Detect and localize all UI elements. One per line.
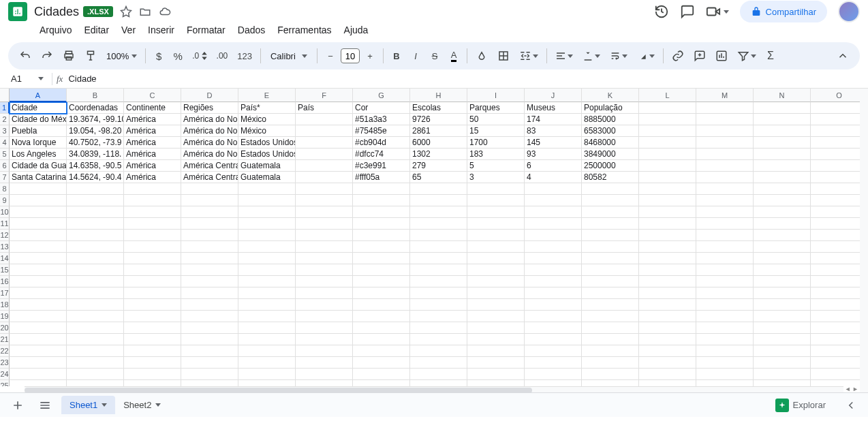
menu-ver[interactable]: Ver xyxy=(116,22,141,38)
cell-F5[interactable] xyxy=(296,149,353,160)
cell-D11[interactable] xyxy=(181,218,238,230)
add-sheet-button[interactable] xyxy=(7,394,29,416)
cell-E23[interactable] xyxy=(238,357,296,369)
meet-icon[interactable] xyxy=(706,4,729,19)
cell-N25[interactable] xyxy=(754,380,811,386)
cell-F14[interactable] xyxy=(296,253,353,264)
row-header-16[interactable]: 16 xyxy=(0,276,10,287)
cell-K1[interactable]: População xyxy=(582,102,639,114)
cell-J5[interactable]: 93 xyxy=(525,149,582,160)
cell-K12[interactable] xyxy=(582,230,639,241)
cell-F13[interactable] xyxy=(296,241,353,253)
decrease-font-button[interactable]: − xyxy=(322,46,339,65)
cell-C17[interactable] xyxy=(124,287,181,299)
cell-H2[interactable]: 9726 xyxy=(410,114,467,125)
cell-E14[interactable] xyxy=(238,253,296,264)
cell-C25[interactable] xyxy=(124,380,181,386)
formula-input[interactable]: Cidade xyxy=(68,74,861,84)
functions-button[interactable]: Σ xyxy=(762,46,779,65)
cell-E25[interactable] xyxy=(238,380,296,386)
cell-B7[interactable]: 14.5624, -90.4 xyxy=(67,172,124,183)
menu-dados[interactable]: Dados xyxy=(232,22,270,38)
cell-C7[interactable]: América xyxy=(124,172,181,183)
cell-B19[interactable] xyxy=(67,311,124,322)
cell-E5[interactable]: Estados Unidos xyxy=(238,149,296,160)
cell-E21[interactable] xyxy=(238,334,296,345)
cell-H12[interactable] xyxy=(410,230,467,241)
row-header-8[interactable]: 8 xyxy=(0,183,10,195)
cell-C18[interactable] xyxy=(124,299,181,311)
cell-D22[interactable] xyxy=(181,345,238,357)
cell-I2[interactable]: 50 xyxy=(467,114,525,125)
cell-I16[interactable] xyxy=(467,276,525,287)
cell-H15[interactable] xyxy=(410,264,467,276)
cell-J16[interactable] xyxy=(525,276,582,287)
menu-ferramentas[interactable]: Ferramentas xyxy=(272,22,337,38)
star-icon[interactable] xyxy=(120,5,132,18)
row-header-10[interactable]: 10 xyxy=(0,206,10,218)
cell-M9[interactable] xyxy=(696,195,754,206)
percent-button[interactable]: % xyxy=(169,46,187,65)
cell-A8[interactable] xyxy=(10,183,67,195)
cell-L22[interactable] xyxy=(639,345,696,357)
cell-E18[interactable] xyxy=(238,299,296,311)
cell-F23[interactable] xyxy=(296,357,353,369)
cell-H9[interactable] xyxy=(410,195,467,206)
cell-A14[interactable] xyxy=(10,253,67,264)
cell-E17[interactable] xyxy=(238,287,296,299)
cell-C14[interactable] xyxy=(124,253,181,264)
cell-B16[interactable] xyxy=(67,276,124,287)
cell-D2[interactable]: América do No xyxy=(181,114,238,125)
cell-K15[interactable] xyxy=(582,264,639,276)
cell-N13[interactable] xyxy=(754,241,811,253)
cell-D17[interactable] xyxy=(181,287,238,299)
column-header-N[interactable]: N xyxy=(754,89,811,102)
cell-J21[interactable] xyxy=(525,334,582,345)
cell-F3[interactable] xyxy=(296,125,353,137)
cell-N3[interactable] xyxy=(754,125,811,137)
cell-K7[interactable]: 80582 xyxy=(582,172,639,183)
cell-F4[interactable] xyxy=(296,137,353,149)
cell-L14[interactable] xyxy=(639,253,696,264)
cell-N17[interactable] xyxy=(754,287,811,299)
cell-M19[interactable] xyxy=(696,311,754,322)
cell-I22[interactable] xyxy=(467,345,525,357)
cell-G23[interactable] xyxy=(353,357,410,369)
cell-A13[interactable] xyxy=(10,241,67,253)
cell-C12[interactable] xyxy=(124,230,181,241)
cell-H8[interactable] xyxy=(410,183,467,195)
cell-A25[interactable] xyxy=(10,380,67,386)
cell-M21[interactable] xyxy=(696,334,754,345)
cell-F17[interactable] xyxy=(296,287,353,299)
cell-E9[interactable] xyxy=(238,195,296,206)
cell-B3[interactable]: 19.054, -98.20 xyxy=(67,125,124,137)
cell-I4[interactable]: 1700 xyxy=(467,137,525,149)
cell-J8[interactable] xyxy=(525,183,582,195)
column-header-J[interactable]: J xyxy=(525,89,582,102)
cell-H10[interactable] xyxy=(410,206,467,218)
cell-N15[interactable] xyxy=(754,264,811,276)
cell-I3[interactable]: 15 xyxy=(467,125,525,137)
cell-E24[interactable] xyxy=(238,369,296,380)
cell-N24[interactable] xyxy=(754,369,811,380)
cell-C21[interactable] xyxy=(124,334,181,345)
cell-D15[interactable] xyxy=(181,264,238,276)
cell-M15[interactable] xyxy=(696,264,754,276)
cell-D18[interactable] xyxy=(181,299,238,311)
cell-M1[interactable] xyxy=(696,102,754,114)
cell-B20[interactable] xyxy=(67,322,124,334)
cell-I20[interactable] xyxy=(467,322,525,334)
row-header-22[interactable]: 22 xyxy=(0,345,10,357)
column-header-M[interactable]: M xyxy=(696,89,754,102)
cell-A19[interactable] xyxy=(10,311,67,322)
cell-D12[interactable] xyxy=(181,230,238,241)
row-header-5[interactable]: 5 xyxy=(0,149,10,160)
cell-B8[interactable] xyxy=(67,183,124,195)
cell-L6[interactable] xyxy=(639,160,696,172)
cell-F9[interactable] xyxy=(296,195,353,206)
cell-D25[interactable] xyxy=(181,380,238,386)
cell-C22[interactable] xyxy=(124,345,181,357)
cell-K3[interactable]: 6583000 xyxy=(582,125,639,137)
cell-A23[interactable] xyxy=(10,357,67,369)
cell-N18[interactable] xyxy=(754,299,811,311)
